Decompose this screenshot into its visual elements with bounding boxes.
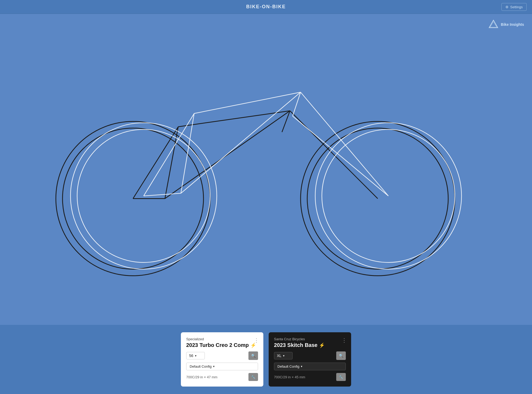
card1-menu-button[interactable]: ⋮ [254, 337, 259, 343]
card1-brand: Specialized [186, 337, 258, 341]
settings-icon: ⚙ [505, 5, 509, 9]
card2-size-row: XL ▾ 🔍 [274, 351, 346, 360]
bike-canvas: Bike Insights [0, 14, 532, 325]
config2-chevron-icon: ▾ [301, 365, 302, 368]
card1-tire-row: 700C/29 in × 47 mm 🔧 [186, 373, 258, 381]
svg-line-20 [194, 92, 301, 114]
card2-wrench-icon: 🔧 [339, 375, 343, 379]
settings-button[interactable]: ⚙ Settings [501, 3, 527, 11]
card1-model: 2023 Turbo Creo 2 Comp ⚡ [186, 342, 258, 348]
bike-card-2: ⋮ Santa Cruz Bicycles 2023 Skitch Base ⚡… [269, 332, 351, 387]
svg-line-22 [144, 193, 181, 196]
svg-line-13 [290, 111, 378, 199]
settings-label: Settings [510, 5, 523, 9]
svg-line-24 [301, 92, 388, 196]
card1-wrench-icon: 🔧 [251, 375, 255, 379]
card1-search-button[interactable]: 🔍 [248, 351, 258, 360]
size2-chevron-icon: ▾ [283, 354, 285, 358]
app-title: BIKE-ON-BIKE [246, 4, 286, 10]
card2-menu-button[interactable]: ⋮ [342, 337, 347, 343]
size-chevron-icon: ▾ [195, 354, 197, 358]
card1-config-row: Default Config ▾ [186, 363, 258, 370]
card2-search-icon: 🔍 [339, 354, 343, 358]
svg-line-10 [165, 111, 290, 199]
bike-card-1: ⋮ Specialized 2023 Turbo Creo 2 Comp ⚡ 5… [181, 332, 263, 387]
card2-brand: Santa Cruz Bicycles [274, 337, 346, 341]
card1-size-row: 56 ▾ 🔍 [186, 351, 258, 360]
card1-config-select[interactable]: Default Config ▾ [186, 363, 258, 370]
card2-search-button[interactable]: 🔍 [336, 351, 346, 360]
svg-line-21 [181, 92, 301, 193]
card1-wrench-button[interactable]: 🔧 [248, 373, 258, 381]
card2-model: 2023 Skitch Base ⚡ [274, 342, 346, 348]
header: BIKE-ON-BIKE ⚙ Settings [0, 0, 532, 14]
card2-config-row: Default Config ▾ [274, 363, 346, 370]
bottom-panel: ⋮ Specialized 2023 Turbo Creo 2 Comp ⚡ 5… [0, 325, 532, 394]
card1-tire-spec: 700C/29 in × 47 mm [186, 375, 217, 379]
card2-size-select[interactable]: XL ▾ [274, 352, 293, 359]
card2-tire-row: 700C/29 in × 45 mm 🔧 [274, 373, 346, 381]
card1-size-select[interactable]: 56 ▾ [186, 352, 205, 359]
card2-tire-spec: 700C/29 in × 45 mm [274, 375, 305, 379]
card2-wrench-button[interactable]: 🔧 [336, 373, 346, 381]
card2-electric-icon: ⚡ [319, 342, 325, 348]
card2-config-select[interactable]: Default Config ▾ [274, 363, 346, 370]
card1-search-icon: 🔍 [251, 354, 256, 358]
config-chevron-icon: ▾ [213, 365, 215, 368]
bike-diagram [0, 14, 532, 325]
